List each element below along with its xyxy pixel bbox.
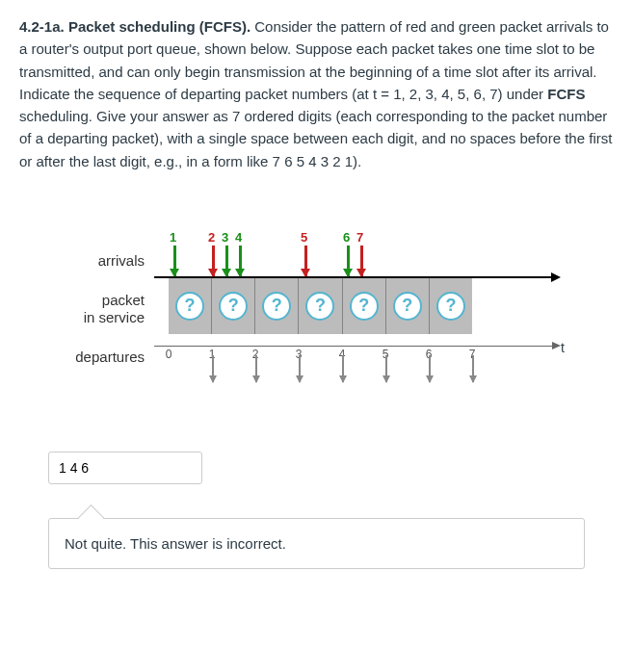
answer-input[interactable] (48, 452, 202, 484)
arrival-number: 4 (235, 228, 242, 247)
service-slot: ? (342, 278, 385, 334)
question-mark-icon: ? (305, 292, 334, 321)
question-mark-icon: ? (393, 292, 422, 321)
arrival-number: 1 (170, 228, 176, 247)
service-slots: ??????? (169, 278, 472, 334)
arrival-arrow-5: 5 (304, 246, 307, 276)
arrival-number: 3 (222, 228, 228, 247)
departure-arrow (385, 355, 387, 382)
service-slot: ? (385, 278, 429, 334)
question-text: 4.2-1a. Packet scheduling (FCFS). Consid… (19, 15, 614, 172)
label-departures: departures (58, 346, 145, 368)
arrival-arrow-6: 6 (347, 246, 350, 276)
arrival-arrow-2: 2 (212, 246, 215, 276)
arrival-arrow-3: 3 (225, 246, 228, 276)
question-mark-icon: ? (219, 292, 248, 321)
policy-bold: FCFS (547, 86, 585, 102)
service-slot: ? (254, 278, 298, 334)
service-slot: ? (298, 278, 341, 334)
question-mark-icon: ? (262, 292, 291, 321)
scheduling-diagram: arrivals packetin service departures 123… (19, 201, 614, 403)
arrival-number: 5 (301, 228, 307, 247)
feedback-text: Not quite. This answer is incorrect. (65, 535, 286, 552)
arrival-arrow-4: 4 (239, 246, 242, 276)
departure-arrow (429, 355, 431, 382)
label-arrivals: arrivals (77, 249, 145, 271)
arrival-arrow-1: 1 (173, 246, 176, 276)
question-body-2: scheduling. Give your answer as 7 ordere… (19, 108, 612, 169)
question-mark-icon: ? (350, 292, 379, 321)
time-tick: 0 (166, 346, 172, 364)
arrival-number: 7 (356, 228, 363, 247)
service-slot: ? (169, 278, 211, 334)
question-topic: Packet scheduling (FCFS). (68, 18, 251, 35)
departure-arrow (299, 355, 301, 382)
departure-arrow (472, 355, 474, 382)
arrival-number: 6 (343, 228, 350, 247)
departure-arrow (342, 355, 344, 382)
question-number: 4.2-1a. (19, 18, 65, 35)
departure-arrow (212, 355, 214, 382)
question-mark-icon: ? (436, 292, 465, 321)
feedback-box: Not quite. This answer is incorrect. (48, 518, 585, 569)
service-slot: ? (429, 278, 472, 334)
arrival-arrow-7: 7 (360, 246, 363, 276)
label-in-service: packetin service (58, 292, 145, 326)
question-mark-icon: ? (175, 292, 204, 321)
departure-arrow (255, 355, 257, 382)
arrival-number: 2 (208, 228, 215, 247)
t-axis-label: t (561, 338, 565, 359)
service-slot: ? (211, 278, 254, 334)
